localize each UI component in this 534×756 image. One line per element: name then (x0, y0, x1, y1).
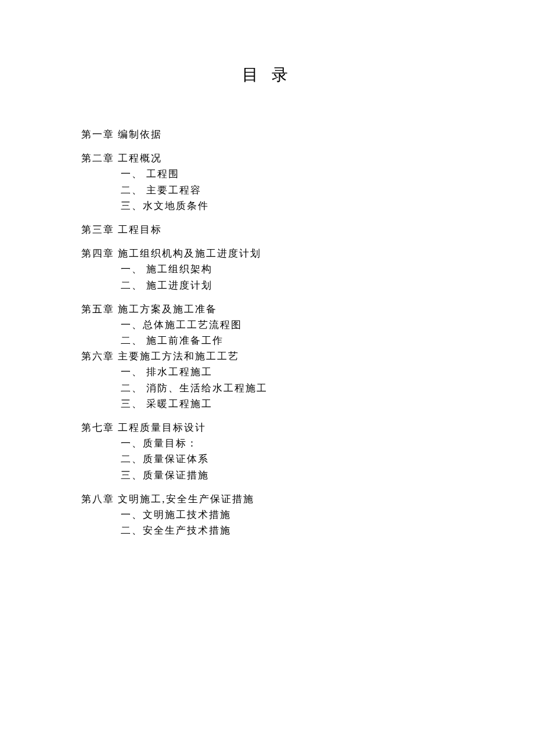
chapter-sub-item: 二、 主要工程容 (81, 182, 453, 198)
chapter-6: 第六章 主要施工方法和施工工艺 一、 排水工程施工 二、 消防、生活给水工程施工… (81, 348, 453, 412)
chapter-sub-item: 一、总体施工工艺流程图 (81, 317, 453, 333)
page-title: 目 录 (81, 64, 453, 86)
toc-container: 第一章 编制依据 第二章 工程概况 一、 工程围 二、 主要工程容 三、水文地质… (81, 127, 453, 538)
chapter-2: 第二章 工程概况 一、 工程围 二、 主要工程容 三、水文地质条件 (81, 150, 453, 214)
chapter-heading: 第六章 主要施工方法和施工工艺 (81, 348, 453, 364)
chapter-sub-item: 三、 采暖工程施工 (81, 396, 453, 412)
chapter-3: 第三章 工程目标 (81, 222, 453, 237)
chapter-sub-item: 二、 施工前准备工作 (81, 333, 453, 348)
chapter-sub-item: 一、文明施工技术措施 (81, 507, 453, 523)
chapter-heading: 第四章 施工组织机构及施工进度计划 (81, 246, 453, 261)
chapter-sub-item: 二、 施工进度计划 (81, 278, 453, 293)
chapter-heading: 第三章 工程目标 (81, 222, 453, 237)
chapter-sub-item: 三、质量保证措施 (81, 467, 453, 483)
chapter-4: 第四章 施工组织机构及施工进度计划 一、 施工组织架构 二、 施工进度计划 (81, 246, 453, 293)
chapter-heading: 第八章 文明施工,安全生产保证措施 (81, 491, 453, 507)
chapter-sub-item: 一、 施工组织架构 (81, 261, 453, 277)
chapter-sub-item: 一、 工程围 (81, 166, 453, 182)
chapter-sub-item: 三、水文地质条件 (81, 198, 453, 214)
chapter-sub-item: 一、 排水工程施工 (81, 364, 453, 380)
chapter-sub-item: 二、安全生产技术措施 (81, 523, 453, 538)
chapter-8: 第八章 文明施工,安全生产保证措施 一、文明施工技术措施 二、安全生产技术措施 (81, 491, 453, 539)
chapter-sub-item: 二、 消防、生活给水工程施工 (81, 380, 453, 396)
chapter-heading: 第七章 工程质量目标设计 (81, 420, 453, 435)
chapter-sub-item: 一、质量目标： (81, 435, 453, 451)
chapter-heading: 第二章 工程概况 (81, 150, 453, 166)
chapter-sub-item: 二、质量保证体系 (81, 451, 453, 467)
chapter-1: 第一章 编制依据 (81, 127, 453, 142)
chapter-heading: 第五章 施工方案及施工准备 (81, 301, 453, 317)
chapter-heading: 第一章 编制依据 (81, 127, 453, 142)
chapter-5: 第五章 施工方案及施工准备 一、总体施工工艺流程图 二、 施工前准备工作 (81, 301, 453, 349)
chapter-7: 第七章 工程质量目标设计 一、质量目标： 二、质量保证体系 三、质量保证措施 (81, 420, 453, 483)
